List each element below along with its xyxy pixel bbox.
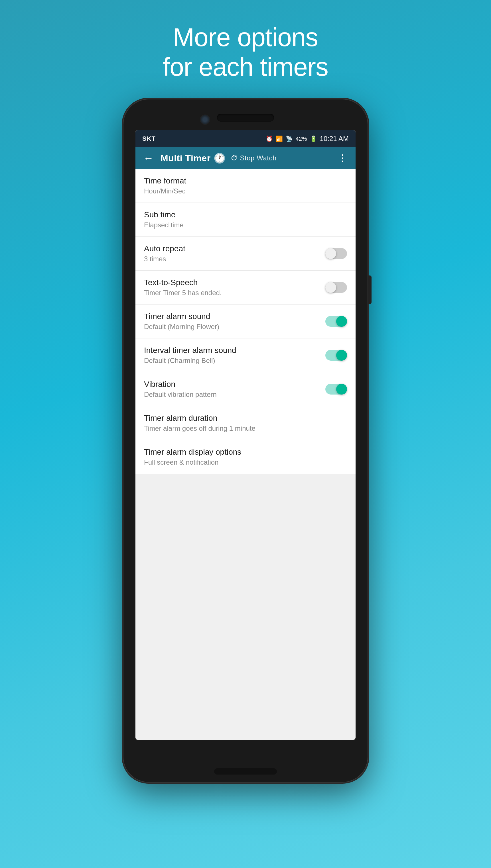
settings-item[interactable]: Text-to-SpeechTimer Timer 5 has ended. (136, 271, 355, 305)
settings-list: Time formatHour/Min/SecSub timeElapsed t… (136, 169, 355, 474)
settings-item-title: Vibration (144, 380, 321, 389)
toggle-switch[interactable] (325, 350, 347, 361)
settings-item[interactable]: Sub timeElapsed time (136, 203, 355, 237)
phone-side-button[interactable] (368, 276, 372, 304)
toggle-switch[interactable] (325, 248, 347, 259)
settings-item-subtitle: Timer Timer 5 has ended. (144, 289, 321, 297)
toggle-thumb (336, 316, 347, 327)
headline-line1: More options (173, 23, 318, 52)
settings-item-title: Interval timer alarm sound (144, 346, 321, 355)
settings-item-text: Timer alarm durationTimer alarm goes off… (144, 414, 347, 432)
settings-item[interactable]: Auto repeat3 times (136, 237, 355, 271)
settings-item-text: Timer alarm soundDefault (Morning Flower… (144, 312, 321, 331)
settings-item-subtitle: 3 times (144, 255, 321, 263)
settings-item-title: Time format (144, 176, 347, 185)
wifi-icon: 📶 (276, 135, 283, 142)
settings-item-subtitle: Default vibration pattern (144, 391, 321, 399)
overflow-menu-button[interactable]: ⋮ (336, 150, 350, 166)
settings-item-subtitle: Elapsed time (144, 221, 347, 229)
toggle-switch[interactable] (325, 316, 347, 327)
settings-item[interactable]: Timer alarm durationTimer alarm goes off… (136, 406, 355, 440)
status-carrier: SKT (142, 135, 156, 143)
settings-item-text: Timer alarm display optionsFull screen &… (144, 447, 347, 466)
settings-item[interactable]: Time formatHour/Min/Sec (136, 169, 355, 203)
settings-item-title: Auto repeat (144, 244, 321, 253)
settings-item-text: Interval timer alarm soundDefault (Charm… (144, 346, 321, 365)
toggle-thumb (325, 248, 336, 259)
settings-item-title: Timer alarm duration (144, 414, 347, 423)
app-title: Multi Timer (161, 153, 211, 163)
settings-item[interactable]: Timer alarm soundDefault (Morning Flower… (136, 305, 355, 338)
battery-indicator: 42% (296, 135, 307, 142)
status-right-icons: ⏰ 📶 📡 42% 🔋 10:21 AM (266, 135, 349, 143)
timer-face-icon: 🕐 (213, 152, 226, 164)
stopwatch-icon: ⏱ (231, 154, 238, 162)
settings-item[interactable]: VibrationDefault vibration pattern (136, 372, 355, 406)
settings-item[interactable]: Timer alarm display optionsFull screen &… (136, 440, 355, 474)
settings-item-title: Timer alarm display options (144, 447, 347, 457)
phone-device: SKT ⏰ 📶 📡 42% 🔋 10:21 AM ← Multi Timer 🕐… (123, 99, 368, 782)
phone-bottom-speaker (214, 768, 277, 775)
signal-icon: 📡 (286, 135, 293, 142)
phone-camera (200, 115, 210, 125)
back-button[interactable]: ← (141, 150, 156, 166)
toggle-thumb (336, 384, 347, 395)
toolbar-title: Multi Timer 🕐 ⏱ Stop Watch (161, 152, 277, 164)
settings-item-subtitle: Timer alarm goes off during 1 minute (144, 425, 347, 432)
settings-item-subtitle: Default (Charming Bell) (144, 356, 321, 365)
phone-speaker (217, 114, 274, 122)
settings-item-text: Sub timeElapsed time (144, 210, 347, 229)
toggle-thumb (336, 350, 347, 361)
settings-item-text: Auto repeat3 times (144, 244, 321, 263)
settings-item-title: Timer alarm sound (144, 312, 321, 321)
settings-item-text: VibrationDefault vibration pattern (144, 380, 321, 399)
settings-item-text: Time formatHour/Min/Sec (144, 176, 347, 195)
toggle-thumb (325, 282, 336, 293)
app-toolbar: ← Multi Timer 🕐 ⏱ Stop Watch ⋮ (136, 147, 355, 169)
toggle-switch[interactable] (325, 384, 347, 395)
stopwatch-tab[interactable]: ⏱ Stop Watch (231, 154, 277, 162)
settings-item-subtitle: Default (Morning Flower) (144, 323, 321, 331)
settings-item-title: Text-to-Speech (144, 278, 321, 287)
settings-item-title: Sub time (144, 210, 347, 219)
status-bar: SKT ⏰ 📶 📡 42% 🔋 10:21 AM (136, 130, 355, 147)
phone-screen: SKT ⏰ 📶 📡 42% 🔋 10:21 AM ← Multi Timer 🕐… (136, 130, 355, 740)
settings-item-subtitle: Hour/Min/Sec (144, 187, 347, 195)
page-headline: More options for each timers (163, 23, 328, 82)
settings-item-text: Text-to-SpeechTimer Timer 5 has ended. (144, 278, 321, 297)
settings-item-subtitle: Full screen & notification (144, 458, 347, 466)
stopwatch-label: Stop Watch (240, 154, 277, 162)
battery-icon: 🔋 (310, 135, 317, 142)
alarm-icon: ⏰ (266, 135, 273, 142)
settings-item[interactable]: Interval timer alarm soundDefault (Charm… (136, 338, 355, 372)
toggle-switch[interactable] (325, 282, 347, 293)
status-time: 10:21 AM (320, 135, 349, 143)
headline-line2: for each timers (163, 53, 328, 81)
